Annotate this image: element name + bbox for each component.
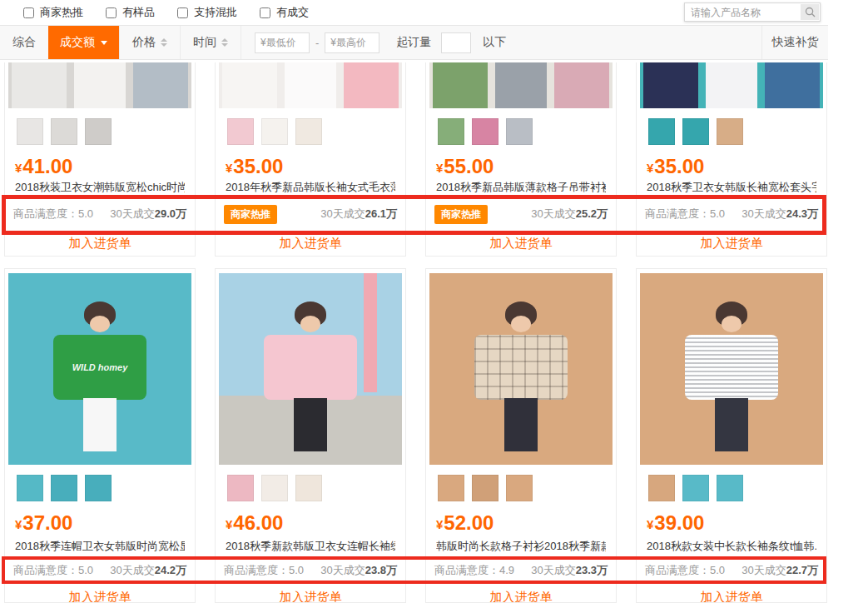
product-title[interactable]: 2018年秋季新品韩版长袖女式毛衣薄 — [226, 178, 395, 197]
sort-price[interactable]: 价格 — [119, 26, 180, 59]
thumbnail[interactable] — [295, 118, 322, 145]
thumbnail[interactable] — [261, 118, 288, 145]
max-price-input[interactable] — [325, 32, 379, 53]
thumbnail[interactable] — [506, 475, 533, 501]
currency-symbol: ¥ — [226, 517, 232, 531]
satisfaction-score: 商品满意度：5.0 — [645, 207, 725, 222]
product-image[interactable] — [640, 62, 823, 108]
sort-sales-amount-active[interactable]: 成交额 — [48, 26, 119, 59]
thumbnail[interactable] — [472, 118, 498, 145]
product-image[interactable] — [8, 62, 191, 108]
currency-symbol: ¥ — [436, 517, 443, 531]
thumbnail[interactable] — [295, 475, 322, 501]
add-to-cart-button[interactable]: 加入进货单 — [216, 583, 405, 603]
thumbnail[interactable] — [717, 118, 743, 145]
hot-push-checkbox[interactable] — [23, 7, 34, 18]
image-color-block — [765, 62, 820, 108]
image-color-block — [344, 62, 399, 108]
thumbnail[interactable] — [682, 118, 709, 145]
product-image[interactable] — [640, 273, 823, 465]
thumbnail[interactable] — [438, 118, 464, 145]
price-range-group: - 起订量 以下 — [241, 26, 506, 59]
search-input[interactable] — [685, 7, 801, 18]
sort-time[interactable]: 时间 — [180, 26, 241, 59]
thumbnail[interactable] — [472, 475, 498, 501]
has-sample-checkbox[interactable] — [106, 7, 117, 18]
price-amount: 35.00 — [654, 157, 704, 177]
add-to-cart-button[interactable]: 加入进货单 — [5, 232, 195, 255]
checkbox-has-sample[interactable]: 有样品 — [106, 5, 155, 20]
thumbnail[interactable] — [506, 118, 533, 145]
thumbnail[interactable] — [227, 475, 254, 501]
has-deal-checkbox[interactable] — [260, 7, 270, 18]
checkbox-hot-push[interactable]: 商家热推 — [23, 5, 83, 20]
add-to-cart-button[interactable]: 加入进货单 — [637, 583, 826, 603]
product-image[interactable] — [219, 62, 402, 108]
product-title[interactable]: 2018秋季新款韩版卫衣女连帽长袖绣... — [226, 538, 395, 555]
min-price-input[interactable] — [255, 32, 310, 53]
checkbox-mix-batch[interactable]: 支持混批 — [177, 5, 237, 20]
product-title[interactable]: 2018秋季卫衣女韩版长袖宽松套头字 — [647, 178, 816, 197]
product-price: ¥ 35.00 — [647, 152, 826, 177]
thumbnail[interactable] — [17, 118, 43, 145]
thumbnail[interactable] — [717, 475, 743, 501]
image-color-block — [643, 62, 698, 108]
thumbnail[interactable] — [85, 118, 112, 145]
image-accent — [153, 273, 166, 392]
add-to-cart-button[interactable]: 加入进货单 — [426, 232, 616, 255]
thumbnail[interactable] — [51, 118, 77, 145]
image-color-block — [133, 62, 188, 108]
satisfaction-row: 商家热推 商品满意度：5.0 30天成交24.3万 — [637, 197, 826, 232]
add-to-cart-button[interactable]: 加入进货单 — [216, 232, 405, 255]
magnifier-icon — [805, 7, 816, 17]
moq-input[interactable] — [441, 32, 471, 53]
image-color-block — [495, 62, 547, 108]
add-to-cart-button[interactable]: 加入进货单 — [426, 583, 616, 603]
thumbnail[interactable] — [17, 475, 43, 501]
product-price: ¥ 37.00 — [15, 508, 195, 533]
product-image[interactable]: WILD homey — [8, 273, 191, 465]
sort-arrows-icon — [161, 38, 167, 47]
thumbnail[interactable] — [261, 475, 288, 501]
search-button[interactable] — [801, 4, 819, 20]
price-amount: 35.00 — [233, 157, 283, 177]
thumbnail[interactable] — [648, 118, 675, 145]
mix-batch-checkbox[interactable] — [177, 7, 188, 18]
product-card: ¥ 41.00 2018秋装卫衣女潮韩版宽松chic时尚 商家热推 商品满意度：… — [4, 62, 196, 257]
sort-label: 成交额 — [60, 35, 95, 50]
currency-symbol: ¥ — [15, 517, 22, 531]
price-amount: 41.00 — [22, 157, 72, 177]
product-image[interactable] — [429, 273, 613, 465]
product-image[interactable] — [429, 62, 613, 108]
thumbnail[interactable] — [648, 475, 675, 501]
product-title[interactable]: 韩版时尚长款格子衬衫2018秋季新款... — [436, 538, 606, 555]
thumbnail[interactable] — [51, 475, 77, 501]
product-title[interactable]: 2018秋装卫衣女潮韩版宽松chic时尚 — [15, 178, 185, 197]
quick-restock-button[interactable]: 快速补货 — [761, 26, 828, 59]
product-card: ¥ 46.00 2018秋季新款韩版卫衣女连帽长袖绣... 商家热推 商品满意度… — [215, 268, 406, 603]
thumbnail[interactable] — [85, 475, 112, 501]
thumbnail-strip — [637, 108, 826, 145]
product-image[interactable] — [219, 273, 402, 465]
product-card: ¥ 55.00 2018秋季新品韩版薄款格子吊带衬衫 商家热推 商品满意度： 3… — [425, 62, 617, 257]
hot-badge: 商家热推 — [224, 205, 277, 224]
thumbnail-strip — [5, 108, 195, 145]
thumbnail[interactable] — [682, 475, 709, 501]
thumbnail-strip — [5, 465, 195, 501]
product-title[interactable]: 2018秋季连帽卫衣女韩版时尚宽松显... — [15, 538, 185, 555]
add-to-cart-button[interactable]: 加入进货单 — [5, 583, 195, 603]
product-title[interactable]: 2018秋款女装中长款长袖条纹t恤韩... — [647, 538, 816, 555]
thumbnail[interactable] — [438, 475, 464, 501]
product-card: ¥ 35.00 2018年秋季新品韩版长袖女式毛衣薄 商家热推 商品满意度： 3… — [215, 62, 406, 257]
currency-symbol: ¥ — [15, 161, 22, 175]
currency-symbol: ¥ — [647, 517, 653, 531]
add-to-cart-button[interactable]: 加入进货单 — [637, 232, 826, 255]
product-price: ¥ 52.00 — [436, 508, 616, 533]
chevron-down-icon — [101, 41, 107, 48]
sort-comprehensive[interactable]: 综合 — [0, 26, 48, 59]
moq-label: 起订量 — [396, 35, 431, 50]
thumbnail[interactable] — [227, 118, 254, 145]
product-title[interactable]: 2018秋季新品韩版薄款格子吊带衬衫 — [436, 178, 606, 197]
checkbox-has-deal[interactable]: 有成交 — [260, 5, 309, 20]
product-card: ¥ 39.00 2018秋款女装中长款长袖条纹t恤韩... 商家热推 商品满意度… — [636, 268, 827, 603]
